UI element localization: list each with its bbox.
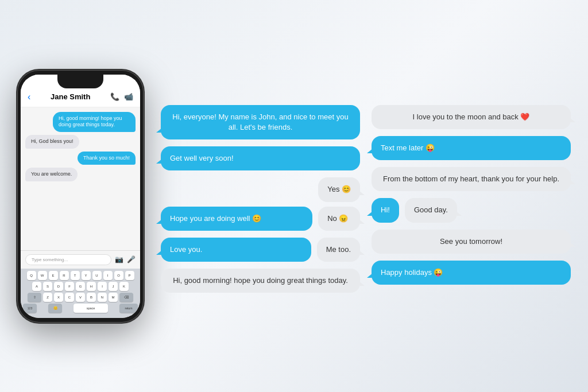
key-return[interactable]: return: [119, 304, 138, 313]
key-m[interactable]: M: [109, 293, 118, 302]
key-r[interactable]: R: [60, 271, 69, 280]
kb-row-2: A S D F G H I J K: [23, 282, 138, 291]
key-123[interactable]: 123: [23, 304, 37, 313]
key-space[interactable]: space: [74, 304, 108, 313]
key-t[interactable]: T: [71, 271, 80, 280]
kb-row-bottom: 123 😊 space return: [23, 304, 138, 313]
bubble-loveyou: Love you.: [161, 238, 311, 262]
key-g[interactable]: G: [76, 282, 85, 291]
key-p[interactable]: P: [125, 271, 134, 280]
bubble-getwell: Get well very soon!: [161, 146, 360, 170]
key-shift[interactable]: ⇧: [28, 293, 41, 302]
key-d[interactable]: D: [54, 282, 63, 291]
bubble-lovemoon: I love you to the moon and back ❤️: [372, 105, 571, 129]
action-icons: 📞 📹: [110, 92, 133, 101]
bubbles-area: Hi, everyone! My name is John, and nice …: [161, 99, 571, 293]
bubble-row-hi-goodday: Hi! Good day.: [372, 198, 571, 222]
key-x[interactable]: X: [54, 293, 63, 302]
video-icon[interactable]: 📹: [124, 92, 133, 101]
bubble-bottomheart: From the bottom of my heart, thank you f…: [372, 167, 571, 191]
bubble-col-2: I love you to the moon and back ❤️ Text …: [372, 105, 571, 285]
phone-body: ‹ Jane Smith 📞 📹 Hi, good morning! hope …: [17, 70, 144, 323]
key-n[interactable]: N: [98, 293, 107, 302]
bubble-happyholidays: Happy holidays 😜: [372, 261, 571, 285]
bubble-textmelater: Text me later 😜: [372, 136, 571, 160]
phone-messages: Hi, good morning! hope you doing great t…: [21, 107, 140, 250]
bubble-goodmorning: Hi, good morning! hope you doing great t…: [161, 269, 360, 293]
bubble-row-love-metoo: Love you. Me too.: [161, 238, 360, 262]
key-a[interactable]: A: [32, 282, 41, 291]
kb-row-1: Q W E R T Y U I O P: [23, 271, 138, 280]
key-f[interactable]: F: [65, 282, 74, 291]
key-c[interactable]: C: [65, 293, 74, 302]
received-bubble-2: You are welcome.: [25, 168, 78, 181]
sent-bubble-2: Thank you so much!: [78, 152, 136, 165]
contact-name: Jane Smith: [34, 92, 107, 101]
key-h[interactable]: H: [87, 282, 96, 291]
bubble-intro: Hi, everyone! My name is John, and nice …: [161, 105, 360, 139]
phone-keyboard: Q W E R T Y U I O P A S D F G H: [21, 269, 140, 318]
phone-screen: ‹ Jane Smith 📞 📹 Hi, good morning! hope …: [21, 75, 140, 318]
back-icon[interactable]: ‹: [28, 92, 30, 102]
key-b[interactable]: B: [87, 293, 96, 302]
bubble-col-1: Hi, everyone! My name is John, and nice …: [161, 105, 360, 293]
sent-bubble-1: Hi, good morning! hope you doing great t…: [53, 112, 136, 132]
key-i2[interactable]: I: [98, 282, 107, 291]
received-bubble-1: Hi, God bless you!: [25, 135, 79, 149]
key-q[interactable]: Q: [27, 271, 36, 280]
camera-icon[interactable]: 📷: [115, 255, 123, 263]
key-e[interactable]: E: [49, 271, 58, 280]
key-emoji[interactable]: 😊: [48, 304, 62, 313]
bubble-hi: Hi!: [372, 198, 399, 222]
phone-notch: [57, 75, 103, 88]
key-v[interactable]: V: [76, 293, 85, 302]
bubble-seeyou: See you tomorrow!: [372, 230, 571, 254]
kb-row-3: ⇧ Z X C V B N M ⌫: [23, 293, 138, 302]
key-o[interactable]: O: [114, 271, 123, 280]
bubble-row-hope-yes-no: Hope you are doing well 😊 Yes 😊 No 😠: [161, 177, 360, 230]
key-k[interactable]: K: [119, 282, 129, 291]
bubble-no: No 😠: [318, 207, 360, 231]
key-s[interactable]: S: [43, 282, 52, 291]
key-y[interactable]: Y: [82, 271, 91, 280]
call-icon[interactable]: 📞: [110, 92, 119, 101]
key-i[interactable]: I: [103, 271, 113, 280]
key-u[interactable]: U: [92, 271, 102, 280]
key-z[interactable]: Z: [43, 293, 52, 302]
key-j[interactable]: J: [109, 282, 118, 291]
mic-icon[interactable]: 🎤: [127, 255, 136, 263]
phone-mockup: ‹ Jane Smith 📞 📹 Hi, good morning! hope …: [17, 70, 144, 323]
message-input[interactable]: Type something...: [25, 254, 111, 265]
bubble-yes: Yes 😊: [318, 177, 360, 201]
phone-input-area: Type something... 📷 🎤: [21, 250, 140, 269]
key-w[interactable]: W: [38, 271, 47, 280]
key-delete[interactable]: ⌫: [119, 293, 133, 302]
bubble-metoo: Me too.: [317, 238, 360, 262]
bubble-goodday: Good day.: [405, 198, 457, 222]
bubble-hope: Hope you are doing well 😊: [161, 207, 312, 231]
